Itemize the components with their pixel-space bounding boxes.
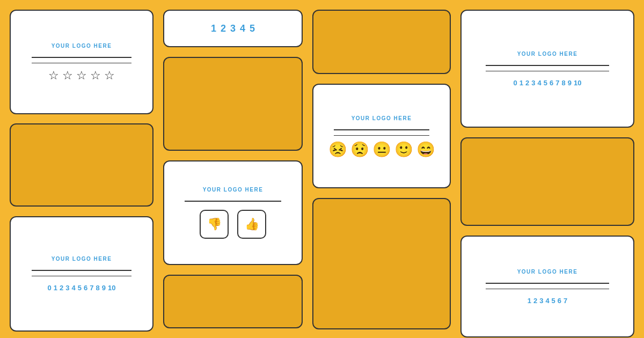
card-scale-12345: 1 2 3 4 5 <box>163 10 303 47</box>
card-divider-nps-left-1 <box>32 270 131 271</box>
logo-text-nps-right: YOUR LOGO HERE <box>517 51 578 57</box>
r-num-7: 7 <box>555 79 559 87</box>
num-6: 6 <box>84 284 87 292</box>
r-num-3: 3 <box>531 79 535 87</box>
emoji-very-sad: 😣 <box>328 142 347 157</box>
card-logo-stars: YOUR LOGO HERE ☆ ☆ ☆ ☆ ☆ <box>10 10 153 114</box>
r-num-0: 0 <box>514 79 517 87</box>
num-2: 2 <box>60 284 63 292</box>
num-3: 3 <box>65 284 69 292</box>
nps-scale-left: 0 1 2 3 4 5 6 7 8 9 10 <box>48 284 116 292</box>
card-yellow-col4-row2 <box>460 137 634 226</box>
num-8: 8 <box>96 284 99 292</box>
card-yellow-col3-top <box>312 10 451 74</box>
card-divider-emoji-2 <box>334 135 429 136</box>
scale-4: 4 <box>240 23 245 34</box>
emoji-very-happy: 😄 <box>416 142 435 157</box>
card-yellow-col3-row3 <box>312 198 451 329</box>
nps-scale-right: 0 1 2 3 4 5 6 7 8 9 10 <box>514 79 582 87</box>
card-divider-1 <box>32 57 131 58</box>
card-divider-2 <box>32 63 131 63</box>
card-divider-emoji-1 <box>334 129 429 130</box>
logo-text-thumbs: YOUR LOGO HERE <box>203 187 264 193</box>
nps-scale-partial: 1 2 3 4 5 6 7 <box>528 297 568 305</box>
card-divider-nps-br-1 <box>486 283 609 284</box>
emoji-scale: 😣 😟 😐 🙂 😄 <box>328 142 435 157</box>
br-num-2: 2 <box>533 297 537 305</box>
thumb-buttons: 👎 👍 <box>200 210 266 239</box>
num-4: 4 <box>72 284 76 292</box>
card-logo-emoji: YOUR LOGO HERE 😣 😟 😐 🙂 😄 <box>312 84 451 188</box>
r-num-5: 5 <box>544 79 547 87</box>
br-num-7: 7 <box>564 297 567 305</box>
thumbs-down-box: 👎 <box>200 210 229 239</box>
r-num-10: 10 <box>574 79 581 87</box>
num-9: 9 <box>102 284 106 292</box>
star-2: ☆ <box>62 70 73 82</box>
r-num-9: 9 <box>568 79 572 87</box>
num-5: 5 <box>78 284 82 292</box>
logo-text: YOUR LOGO HERE <box>52 43 112 49</box>
scale-5: 5 <box>250 23 255 34</box>
card-yellow-col2-row2 <box>163 57 303 151</box>
logo-text-emoji: YOUR LOGO HERE <box>352 115 412 121</box>
card-logo-nps-top-right: YOUR LOGO HERE 0 1 2 3 4 5 6 7 8 9 10 <box>460 10 634 128</box>
r-num-1: 1 <box>519 79 523 87</box>
star-1: ☆ <box>48 70 59 82</box>
br-num-4: 4 <box>545 297 549 305</box>
star-4: ☆ <box>90 70 101 82</box>
thumbs-down-icon: 👎 <box>207 217 222 231</box>
num-10: 10 <box>108 284 115 292</box>
scale-1: 1 <box>211 23 216 34</box>
num-7: 7 <box>90 284 93 292</box>
r-num-8: 8 <box>561 79 565 87</box>
r-num-4: 4 <box>538 79 541 87</box>
num-0: 0 <box>48 284 52 292</box>
card-logo-nps-bottom-right: YOUR LOGO HERE 1 2 3 4 5 6 7 <box>460 236 634 337</box>
card-yellow-col1-row2 <box>10 123 153 207</box>
thumbs-up-icon: 👍 <box>245 217 259 231</box>
thumbs-up-box: 👍 <box>237 210 266 239</box>
emoji-neutral: 😐 <box>372 142 391 157</box>
br-num-6: 6 <box>558 297 561 305</box>
br-num-1: 1 <box>528 297 531 305</box>
card-divider-nps-right-1 <box>486 65 609 66</box>
star-5: ☆ <box>104 70 115 82</box>
card-divider-nps-right-2 <box>486 71 609 71</box>
emoji-sad: 😟 <box>350 142 369 157</box>
br-num-3: 3 <box>539 297 543 305</box>
card-divider-thumbs <box>185 201 281 202</box>
num-1: 1 <box>54 284 57 292</box>
br-num-5: 5 <box>552 297 555 305</box>
card-logo-nps-left: YOUR LOGO HERE 0 1 2 3 4 5 6 7 8 9 10 <box>10 216 153 332</box>
logo-text-nps-br: YOUR LOGO HERE <box>517 269 578 275</box>
card-divider-nps-left-2 <box>32 276 131 276</box>
r-num-6: 6 <box>550 79 553 87</box>
r-num-2: 2 <box>525 79 529 87</box>
logo-text-nps-left: YOUR LOGO HERE <box>52 256 112 262</box>
card-logo-thumbs: YOUR LOGO HERE 👎 👍 <box>163 160 303 265</box>
star-3: ☆ <box>76 70 87 82</box>
emoji-happy: 🙂 <box>394 142 413 157</box>
scale-2: 2 <box>221 23 226 34</box>
star-rating: ☆ ☆ ☆ ☆ ☆ <box>48 70 115 82</box>
scale-3: 3 <box>230 23 236 34</box>
card-divider-nps-br-2 <box>486 289 609 289</box>
card-yellow-col2-bottom <box>163 275 303 328</box>
